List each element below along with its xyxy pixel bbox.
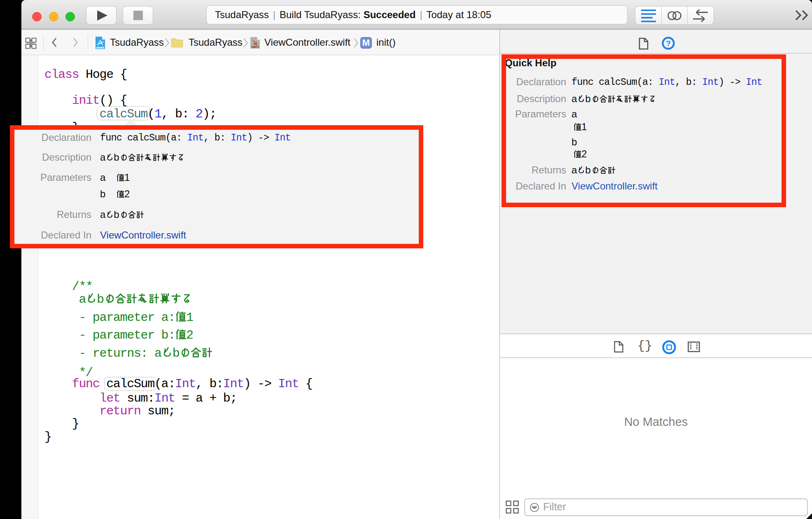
svg-text:SWIFT: SWIFT [251,46,259,48]
svg-text:?: ? [666,39,671,48]
